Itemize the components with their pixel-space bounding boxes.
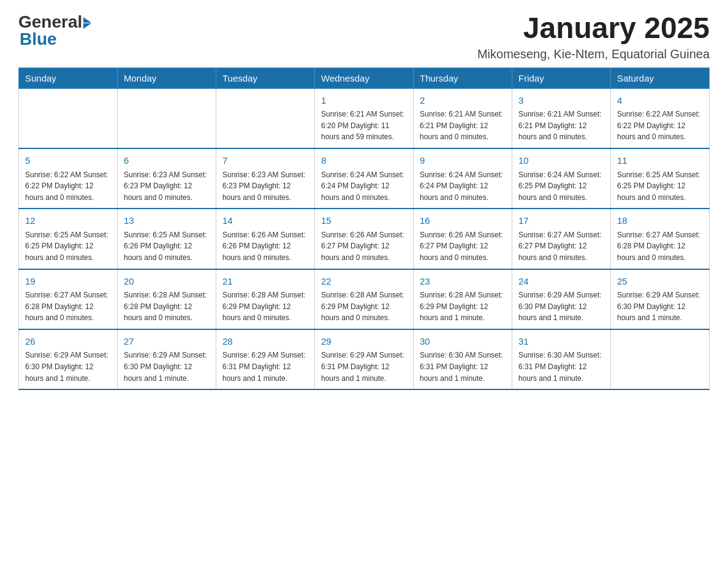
day-info: Sunrise: 6:21 AM Sunset: 6:21 PM Dayligh… xyxy=(420,109,506,143)
day-number: 17 xyxy=(518,214,604,228)
day-number: 21 xyxy=(222,275,308,289)
day-info: Sunrise: 6:28 AM Sunset: 6:28 PM Dayligh… xyxy=(124,289,210,324)
weekday-header: Friday xyxy=(512,67,611,88)
day-number: 5 xyxy=(25,154,111,168)
day-info: Sunrise: 6:28 AM Sunset: 6:29 PM Dayligh… xyxy=(321,289,407,324)
day-info: Sunrise: 6:21 AM Sunset: 6:20 PM Dayligh… xyxy=(321,109,407,143)
day-number: 14 xyxy=(222,214,308,228)
day-number: 2 xyxy=(420,94,506,108)
calendar-cell: 7Sunrise: 6:23 AM Sunset: 6:23 PM Daylig… xyxy=(216,148,315,209)
day-number: 4 xyxy=(617,94,703,108)
day-number: 18 xyxy=(617,214,703,228)
weekday-header: Saturday xyxy=(611,67,710,88)
day-info: Sunrise: 6:29 AM Sunset: 6:30 PM Dayligh… xyxy=(124,350,210,384)
day-info: Sunrise: 6:26 AM Sunset: 6:27 PM Dayligh… xyxy=(321,229,407,264)
day-number: 12 xyxy=(25,214,111,228)
day-info: Sunrise: 6:26 AM Sunset: 6:27 PM Dayligh… xyxy=(420,229,506,264)
day-number: 31 xyxy=(518,335,604,349)
calendar-cell: 22Sunrise: 6:28 AM Sunset: 6:29 PM Dayli… xyxy=(315,269,414,329)
day-info: Sunrise: 6:30 AM Sunset: 6:31 PM Dayligh… xyxy=(420,350,506,384)
calendar-cell: 8Sunrise: 6:24 AM Sunset: 6:24 PM Daylig… xyxy=(315,148,414,209)
calendar-cell: 17Sunrise: 6:27 AM Sunset: 6:27 PM Dayli… xyxy=(512,209,611,269)
day-number: 8 xyxy=(321,154,407,168)
day-number: 25 xyxy=(617,275,703,289)
day-number: 28 xyxy=(222,335,308,349)
calendar-cell xyxy=(118,88,216,148)
weekday-header: Tuesday xyxy=(216,67,315,88)
day-info: Sunrise: 6:24 AM Sunset: 6:24 PM Dayligh… xyxy=(420,169,506,204)
calendar-cell: 15Sunrise: 6:26 AM Sunset: 6:27 PM Dayli… xyxy=(315,209,414,269)
calendar-cell: 6Sunrise: 6:23 AM Sunset: 6:23 PM Daylig… xyxy=(118,148,216,209)
calendar-cell: 11Sunrise: 6:25 AM Sunset: 6:25 PM Dayli… xyxy=(611,148,710,209)
day-info: Sunrise: 6:22 AM Sunset: 6:22 PM Dayligh… xyxy=(25,169,111,204)
day-number: 24 xyxy=(518,275,604,289)
day-number: 29 xyxy=(321,335,407,349)
day-number: 30 xyxy=(420,335,506,349)
calendar-cell: 5Sunrise: 6:22 AM Sunset: 6:22 PM Daylig… xyxy=(19,148,118,209)
calendar-cell: 28Sunrise: 6:29 AM Sunset: 6:31 PM Dayli… xyxy=(216,329,315,389)
calendar-cell: 9Sunrise: 6:24 AM Sunset: 6:24 PM Daylig… xyxy=(414,148,512,209)
calendar-cell xyxy=(611,329,710,389)
day-info: Sunrise: 6:30 AM Sunset: 6:31 PM Dayligh… xyxy=(518,350,604,384)
calendar-cell: 18Sunrise: 6:27 AM Sunset: 6:28 PM Dayli… xyxy=(611,209,710,269)
day-info: Sunrise: 6:29 AM Sunset: 6:31 PM Dayligh… xyxy=(222,350,308,384)
calendar-cell: 20Sunrise: 6:28 AM Sunset: 6:28 PM Dayli… xyxy=(118,269,216,329)
weekday-header: Sunday xyxy=(19,67,118,88)
logo: General Blue xyxy=(18,12,91,49)
day-number: 15 xyxy=(321,214,407,228)
day-number: 16 xyxy=(420,214,506,228)
day-info: Sunrise: 6:29 AM Sunset: 6:30 PM Dayligh… xyxy=(617,289,703,324)
day-info: Sunrise: 6:24 AM Sunset: 6:24 PM Dayligh… xyxy=(321,169,407,204)
calendar-week-row: 5Sunrise: 6:22 AM Sunset: 6:22 PM Daylig… xyxy=(19,148,710,209)
calendar-cell: 2Sunrise: 6:21 AM Sunset: 6:21 PM Daylig… xyxy=(414,88,512,148)
day-number: 9 xyxy=(420,154,506,168)
day-number: 1 xyxy=(321,94,407,108)
calendar-cell: 31Sunrise: 6:30 AM Sunset: 6:31 PM Dayli… xyxy=(512,329,611,389)
calendar-week-row: 26Sunrise: 6:29 AM Sunset: 6:30 PM Dayli… xyxy=(19,329,710,389)
calendar-cell: 29Sunrise: 6:29 AM Sunset: 6:31 PM Dayli… xyxy=(315,329,414,389)
calendar-cell: 25Sunrise: 6:29 AM Sunset: 6:30 PM Dayli… xyxy=(611,269,710,329)
calendar-cell: 16Sunrise: 6:26 AM Sunset: 6:27 PM Dayli… xyxy=(414,209,512,269)
day-info: Sunrise: 6:27 AM Sunset: 6:28 PM Dayligh… xyxy=(25,289,111,324)
page-header: General Blue January 2025 Mikomeseng, Ki… xyxy=(18,12,710,61)
weekday-header: Wednesday xyxy=(315,67,414,88)
day-number: 7 xyxy=(222,154,308,168)
calendar-cell: 24Sunrise: 6:29 AM Sunset: 6:30 PM Dayli… xyxy=(512,269,611,329)
calendar-cell: 23Sunrise: 6:28 AM Sunset: 6:29 PM Dayli… xyxy=(414,269,512,329)
calendar-cell: 21Sunrise: 6:28 AM Sunset: 6:29 PM Dayli… xyxy=(216,269,315,329)
day-info: Sunrise: 6:27 AM Sunset: 6:27 PM Dayligh… xyxy=(518,229,604,264)
calendar-cell: 14Sunrise: 6:26 AM Sunset: 6:26 PM Dayli… xyxy=(216,209,315,269)
day-info: Sunrise: 6:29 AM Sunset: 6:30 PM Dayligh… xyxy=(518,289,604,324)
month-title: January 2025 xyxy=(477,12,710,45)
calendar-week-row: 19Sunrise: 6:27 AM Sunset: 6:28 PM Dayli… xyxy=(19,269,710,329)
day-info: Sunrise: 6:25 AM Sunset: 6:25 PM Dayligh… xyxy=(617,169,703,204)
calendar-table: SundayMondayTuesdayWednesdayThursdayFrid… xyxy=(18,67,710,390)
day-info: Sunrise: 6:29 AM Sunset: 6:30 PM Dayligh… xyxy=(25,350,111,384)
calendar-cell xyxy=(19,88,118,148)
calendar-cell: 13Sunrise: 6:25 AM Sunset: 6:26 PM Dayli… xyxy=(118,209,216,269)
weekday-header: Monday xyxy=(118,67,216,88)
day-info: Sunrise: 6:22 AM Sunset: 6:22 PM Dayligh… xyxy=(617,109,703,143)
day-info: Sunrise: 6:24 AM Sunset: 6:25 PM Dayligh… xyxy=(518,169,604,204)
day-info: Sunrise: 6:23 AM Sunset: 6:23 PM Dayligh… xyxy=(124,169,210,204)
day-info: Sunrise: 6:21 AM Sunset: 6:21 PM Dayligh… xyxy=(518,109,604,143)
day-number: 10 xyxy=(518,154,604,168)
calendar-cell: 10Sunrise: 6:24 AM Sunset: 6:25 PM Dayli… xyxy=(512,148,611,209)
day-number: 26 xyxy=(25,335,111,349)
logo-blue: Blue xyxy=(20,29,57,49)
day-number: 13 xyxy=(124,214,210,228)
day-number: 19 xyxy=(25,275,111,289)
day-info: Sunrise: 6:23 AM Sunset: 6:23 PM Dayligh… xyxy=(222,169,308,204)
calendar-cell: 4Sunrise: 6:22 AM Sunset: 6:22 PM Daylig… xyxy=(611,88,710,148)
calendar-cell: 19Sunrise: 6:27 AM Sunset: 6:28 PM Dayli… xyxy=(19,269,118,329)
day-info: Sunrise: 6:26 AM Sunset: 6:26 PM Dayligh… xyxy=(222,229,308,264)
day-number: 22 xyxy=(321,275,407,289)
day-info: Sunrise: 6:25 AM Sunset: 6:26 PM Dayligh… xyxy=(124,229,210,264)
calendar-cell: 30Sunrise: 6:30 AM Sunset: 6:31 PM Dayli… xyxy=(414,329,512,389)
day-number: 3 xyxy=(518,94,604,108)
calendar-cell: 1Sunrise: 6:21 AM Sunset: 6:20 PM Daylig… xyxy=(315,88,414,148)
calendar-header-row: SundayMondayTuesdayWednesdayThursdayFrid… xyxy=(19,67,710,88)
calendar-week-row: 12Sunrise: 6:25 AM Sunset: 6:25 PM Dayli… xyxy=(19,209,710,269)
day-number: 6 xyxy=(124,154,210,168)
day-info: Sunrise: 6:27 AM Sunset: 6:28 PM Dayligh… xyxy=(617,229,703,264)
